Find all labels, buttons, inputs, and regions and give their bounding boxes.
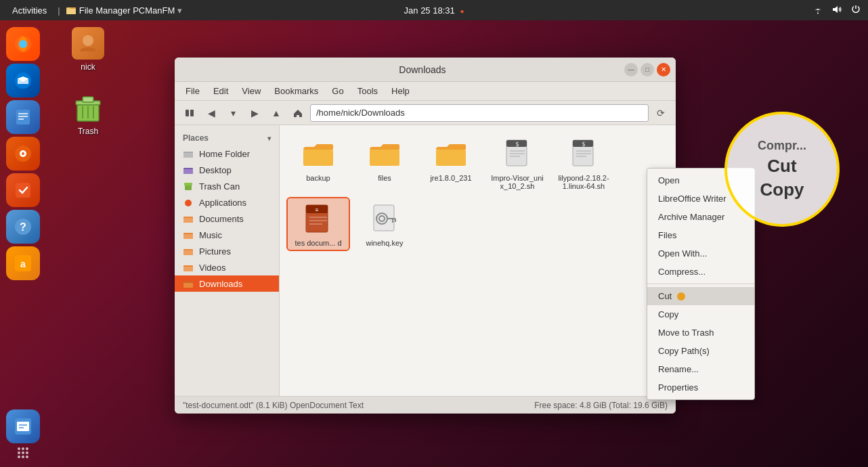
dock-item-amazon[interactable]: a: [6, 246, 40, 280]
sidebar-item-downloads[interactable]: Downloads: [175, 275, 279, 292]
menu-view[interactable]: View: [236, 85, 266, 97]
file-manager-window: Downloads — □ ✕ File Edit View Bookmarks…: [175, 58, 676, 414]
volume-icon[interactable]: [831, 4, 842, 17]
svg-point-23: [18, 447, 20, 450]
file-item-improVisor[interactable]: $ Impro-Visor_unix_10_2.sh: [487, 133, 548, 193]
tb-forward[interactable]: ▶: [245, 104, 264, 123]
svg-point-25: [26, 447, 28, 450]
tb-dropdown[interactable]: ▾: [223, 104, 242, 123]
desktop-icon-trash[interactable]: Trash: [61, 91, 115, 136]
ctx-rename[interactable]: Rename...: [647, 360, 754, 378]
svg-text:?: ?: [20, 221, 26, 233]
tb-home[interactable]: [288, 104, 307, 123]
svg-point-46: [185, 200, 192, 206]
svg-rect-20: [17, 422, 29, 431]
svg-rect-54: [436, 150, 466, 166]
file-item-test-document[interactable]: ≡ tes docum... d: [288, 198, 349, 250]
sidebar-item-pictures[interactable]: Pictures: [175, 243, 279, 259]
sidebar-item-music[interactable]: Music: [175, 227, 279, 243]
tb-show-places[interactable]: [180, 104, 199, 123]
file-item-jre[interactable]: jre1.8.0_231: [420, 133, 481, 193]
svg-rect-45: [184, 183, 192, 185]
svg-point-30: [22, 455, 24, 458]
fm-titlebar: Downloads — □ ✕: [175, 58, 676, 82]
sidebar-item-desktop[interactable]: Desktop: [175, 162, 279, 178]
file-item-lilypond[interactable]: $ lilypond-2.18.2-1.linux-64.sh: [553, 133, 614, 193]
fm-sidebar: Places ▾ Home Folder Desktop Trash Can A…: [175, 125, 280, 396]
sidebar-home-label: Home Folder: [199, 149, 250, 159]
svg-rect-1: [66, 9, 76, 14]
file-label-lilypond: lilypond-2.18.2-1.linux-64.sh: [556, 174, 611, 190]
fm-minimize-button[interactable]: —: [624, 63, 638, 76]
ctx-files[interactable]: Files: [647, 226, 754, 244]
tb-up[interactable]: ▲: [267, 104, 286, 123]
svg-rect-14: [16, 183, 30, 198]
ctx-open-with[interactable]: Open With...: [647, 244, 754, 263]
menu-go[interactable]: Go: [326, 85, 349, 97]
power-icon[interactable]: [850, 4, 861, 17]
fm-menubar: File Edit View Bookmarks Go Tools Help: [175, 82, 676, 101]
sidebar-music-label: Music: [199, 230, 222, 240]
desktop-icon-nick[interactable]: nick: [61, 27, 115, 72]
recording-dot: ●: [460, 7, 464, 15]
file-item-winehq[interactable]: winehq.key: [354, 198, 415, 250]
fm-statusbar: "test-document.odt" (8.1 KiB) OpenDocume…: [175, 396, 676, 414]
ctx-copy[interactable]: Copy: [647, 305, 754, 324]
ctx-cut[interactable]: Cut: [647, 287, 754, 305]
svg-point-31: [26, 455, 28, 458]
sidebar-item-applications[interactable]: Applications: [175, 194, 279, 210]
network-icon[interactable]: [812, 4, 823, 17]
dock-item-thunderbird[interactable]: [6, 64, 40, 97]
ctx-properties[interactable]: Properties: [647, 378, 754, 397]
dock-item-software-center[interactable]: [6, 173, 40, 207]
menu-file[interactable]: File: [180, 85, 205, 97]
menu-tools[interactable]: Tools: [352, 85, 383, 97]
dock-item-files[interactable]: [6, 409, 40, 443]
highlight-circle: Compr... Cut Copy: [724, 112, 840, 227]
nick-label: nick: [81, 62, 95, 72]
tb-back[interactable]: ◀: [202, 104, 221, 123]
app-dropdown-icon[interactable]: ▾: [177, 5, 182, 16]
ctx-compress[interactable]: Compress...: [647, 263, 754, 281]
dock-item-help[interactable]: ?: [6, 210, 40, 244]
file-item-files[interactable]: files: [354, 133, 415, 193]
sidebar-item-home[interactable]: Home Folder: [175, 146, 279, 162]
cut-dot-icon: [677, 292, 685, 301]
ctx-archive-manager[interactable]: Archive Manager: [647, 208, 754, 226]
ctx-copy-paths[interactable]: Copy Path(s): [647, 342, 754, 360]
svg-point-13: [22, 152, 24, 155]
fm-window-title: Downloads: [221, 64, 624, 75]
app-indicator[interactable]: File Manager PCManFM ▾: [66, 5, 183, 16]
menu-help[interactable]: Help: [386, 85, 415, 97]
sidebar-documents-label: Documents: [199, 214, 244, 224]
statusbar-file-info: "test-document.odt" (8.1 KiB) OpenDocume…: [183, 401, 364, 410]
svg-rect-35: [83, 97, 93, 102]
svg-text:a: a: [20, 259, 26, 269]
menu-edit[interactable]: Edit: [208, 85, 234, 97]
sidebar-header-label: Places: [183, 133, 209, 143]
sidebar-item-videos[interactable]: Videos: [175, 259, 279, 275]
app-grid-button[interactable]: [6, 444, 40, 462]
svg-text:≡: ≡: [316, 207, 319, 213]
datetime: Jan 25 18:31: [404, 5, 455, 16]
dock-item-firefox[interactable]: [6, 27, 40, 61]
file-label-jre: jre1.8.0_231: [430, 174, 471, 182]
svg-point-5: [19, 40, 27, 48]
file-item-backup[interactable]: backup: [288, 133, 349, 193]
activities-button[interactable]: Activities: [7, 4, 52, 17]
sidebar-item-trash[interactable]: Trash Can: [175, 178, 279, 194]
sidebar-item-documents[interactable]: Documents: [175, 210, 279, 227]
file-label-improvisor: Impro-Visor_unix_10_2.sh: [490, 174, 545, 190]
fm-address-bar[interactable]: /home/nick/Downloads: [310, 104, 649, 122]
fm-maximize-button[interactable]: □: [641, 63, 654, 76]
svg-text:$: $: [582, 141, 586, 148]
svg-rect-40: [190, 110, 194, 116]
tb-refresh[interactable]: ⟳: [651, 104, 670, 123]
ctx-move-to-trash[interactable]: Move to Trash: [647, 324, 754, 342]
sidebar-videos-label: Videos: [199, 263, 226, 273]
fm-close-button[interactable]: ✕: [657, 63, 670, 76]
sidebar-collapse-icon[interactable]: ▾: [267, 135, 271, 142]
menu-bookmarks[interactable]: Bookmarks: [269, 85, 324, 97]
dock-item-rhythmbox[interactable]: [6, 137, 40, 171]
dock-item-notes[interactable]: [6, 100, 40, 134]
